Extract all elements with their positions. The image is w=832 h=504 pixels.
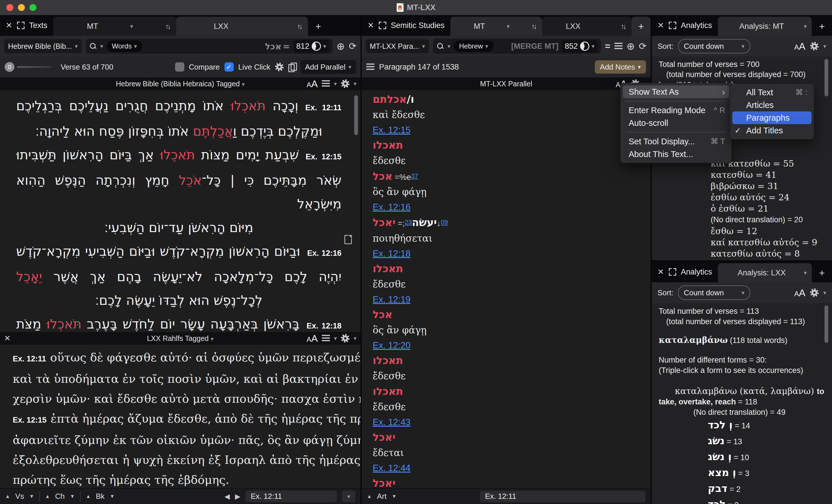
verse-ref-link[interactable]: Ex. 12:16 xyxy=(373,200,651,215)
prev-ref-icon[interactable]: ◀ xyxy=(225,493,230,501)
nav-ch-label[interactable]: Ch xyxy=(55,492,65,501)
verse-ref-link[interactable]: Ex. 12:43 xyxy=(373,415,651,430)
verse-ref-link[interactable]: Ex. 12:18 xyxy=(373,247,651,262)
menu-item-enter-reading-mode[interactable]: Enter Reading Mode^ R xyxy=(623,104,729,117)
context-slider-track[interactable] xyxy=(17,66,51,68)
reference-input[interactable]: Ex. 12:11 xyxy=(245,491,337,502)
add-tab-button[interactable]: + xyxy=(308,17,329,36)
hit-count[interactable]: 812 ▾ xyxy=(293,40,329,53)
text-layout-icon[interactable] xyxy=(615,43,623,50)
verse-ref-link[interactable]: Ex. 12:44 xyxy=(373,461,651,476)
context-slider[interactable]: 0 xyxy=(5,62,15,72)
search-icon[interactable] xyxy=(89,43,97,50)
greek-text-area[interactable]: Ex. 12:11οὕτως δὲ φάγεσθε αὐτό· αἱ ὀσφύε… xyxy=(0,345,361,488)
close-pane-icon[interactable]: ✕ xyxy=(657,267,664,277)
tab-lxx[interactable]: LXX ↑↓ xyxy=(176,17,308,36)
expand-pane-icon[interactable] xyxy=(669,268,676,276)
refresh-icon[interactable]: ⟳ xyxy=(349,41,357,52)
tab-analysis-lxx[interactable]: Analysis: LXX▾ xyxy=(718,263,812,282)
font-size-icon[interactable]: AA xyxy=(307,333,318,344)
font-size-icon[interactable]: AA xyxy=(307,78,318,89)
sort-updown-icon[interactable]: ↑↓ xyxy=(165,22,171,31)
sort-updown-icon[interactable]: ↑↓ xyxy=(621,22,626,31)
tab-mt[interactable]: MT▾ ↑↓ xyxy=(53,17,176,36)
gear-icon[interactable] xyxy=(341,334,349,343)
module-selector[interactable]: Hebrew Bible (Bib...▾ xyxy=(4,39,82,53)
expand-pane-icon[interactable] xyxy=(669,22,676,29)
parallel-text-area[interactable]: ו/אכלתםκαὶ ἔδεσθεEx. 12:15תאכלוἔδεσθεאכל… xyxy=(362,90,651,488)
add-search-icon[interactable]: ⊕ xyxy=(627,40,635,52)
add-parallel-button[interactable]: Add Parallel▾ xyxy=(301,60,356,74)
nav-art-label[interactable]: Art xyxy=(377,492,387,501)
add-notes-button[interactable]: Add Notes▾ xyxy=(595,60,646,74)
reference-dropdown[interactable]: ▾ xyxy=(342,491,355,502)
pie-chart-icon[interactable] xyxy=(580,41,589,51)
sort-updown-icon[interactable]: ↑↓ xyxy=(531,22,537,31)
display-format-icon[interactable] xyxy=(322,80,330,87)
font-size-icon[interactable]: AA xyxy=(794,287,805,299)
add-tab-button[interactable]: + xyxy=(812,263,832,282)
tab-lxx[interactable]: LXX ↑↓ xyxy=(542,17,631,36)
close-pane-icon[interactable]: ✕ xyxy=(6,21,12,30)
menu-item-about-this-text[interactable]: About This Text... xyxy=(623,148,729,161)
font-size-icon[interactable]: AA xyxy=(794,41,805,52)
submenu-item-articles[interactable]: Articles xyxy=(732,99,811,111)
submenu-item-all-text[interactable]: All Text⌘ : xyxy=(732,86,811,99)
verse-down-icon[interactable]: ▼ xyxy=(29,494,34,499)
note-marker-icon[interactable] xyxy=(344,235,352,244)
verse-ref-link[interactable]: Ex. 12:19 xyxy=(373,293,651,308)
gear-icon[interactable] xyxy=(275,63,284,71)
hebrew-text-area[interactable]: Ex. 12:11וְכָכָה תֹּאכְלוּ אֹתוֹ מָתְנֵי… xyxy=(0,90,361,332)
compare-checkbox[interactable] xyxy=(175,62,184,72)
add-tab-button[interactable]: + xyxy=(812,17,832,36)
add-search-icon[interactable]: ⊕ xyxy=(337,40,345,52)
reference-input[interactable]: Ex. 12:11 xyxy=(480,491,645,502)
gear-icon[interactable] xyxy=(810,42,819,51)
close-pane-icon[interactable]: ✕ xyxy=(367,21,374,30)
nav-bk-label[interactable]: Bk xyxy=(96,492,105,501)
gear-icon[interactable] xyxy=(810,288,819,297)
menu-item-show-text-as[interactable]: Show Text As› xyxy=(623,85,729,98)
scrollbar-thumb[interactable] xyxy=(825,59,828,96)
submenu-item-paragraphs[interactable]: Paragraphs xyxy=(732,111,811,124)
verse-ref-link[interactable]: Ex. 12:20 xyxy=(373,339,651,354)
search-field[interactable]: ▾ Hebrew▾ [MERGE MT] 852 ▾ xyxy=(433,39,601,54)
analysis-lxx-content[interactable]: Total number of verses = 113(total numbe… xyxy=(652,303,832,504)
expand-pane-icon[interactable] xyxy=(379,22,386,29)
tab-analysis-mt[interactable]: Analysis: MT▾ xyxy=(718,17,812,36)
expand-pane-icon[interactable] xyxy=(17,22,25,29)
scrollbar-thumb[interactable] xyxy=(354,95,358,135)
equals-display-icon[interactable]: = xyxy=(605,41,610,52)
close-pane-icon[interactable]: ✕ xyxy=(657,21,664,30)
submenu-item-add-titles[interactable]: ✓Add Titles xyxy=(732,124,811,137)
duplicate-pane-icon[interactable] xyxy=(288,63,296,71)
scrollbar-thumb[interactable] xyxy=(825,305,828,343)
paragraph-list-icon[interactable] xyxy=(366,63,374,71)
chapter-down-icon[interactable]: ▼ xyxy=(70,494,75,499)
sort-selector[interactable]: Count down▾ xyxy=(678,285,750,300)
search-field[interactable]: ▾ Words▾ אכל= 812 ▾ xyxy=(86,39,333,54)
article-up-icon[interactable]: ▲ xyxy=(367,494,372,499)
tab-mt[interactable]: MT▾ ↑↓ xyxy=(450,17,542,36)
book-down-icon[interactable]: ▼ xyxy=(110,494,115,499)
display-format-icon[interactable] xyxy=(322,335,330,342)
gear-icon[interactable] xyxy=(341,79,349,88)
sort-selector[interactable]: Count down▾ xyxy=(678,39,750,53)
sort-updown-icon[interactable]: ↑↓ xyxy=(297,22,303,31)
menu-item-auto-scroll[interactable]: Auto-scroll xyxy=(623,117,729,129)
verse-up-icon[interactable]: ▲ xyxy=(5,494,10,499)
nav-vs-label[interactable]: Vs xyxy=(15,492,24,501)
chapter-up-icon[interactable]: ▲ xyxy=(45,494,50,499)
live-click-checkbox[interactable]: ✓ xyxy=(225,62,234,72)
search-scope-selector[interactable]: Hebrew▾ xyxy=(454,40,493,52)
refresh-icon[interactable]: ⟳ xyxy=(639,41,647,52)
book-up-icon[interactable]: ▲ xyxy=(86,494,91,499)
article-down-icon[interactable]: ▼ xyxy=(392,494,397,499)
next-ref-icon[interactable]: ▶ xyxy=(235,493,240,501)
pie-chart-icon[interactable] xyxy=(312,41,321,51)
menu-item-set-tool-display[interactable]: Set Tool Display...⌘ T xyxy=(623,135,729,148)
add-tab-button[interactable]: + xyxy=(631,17,651,36)
search-scope-selector[interactable]: Words▾ xyxy=(107,40,142,52)
search-icon[interactable] xyxy=(437,43,444,50)
hit-count[interactable]: 852 ▾ xyxy=(562,40,597,53)
